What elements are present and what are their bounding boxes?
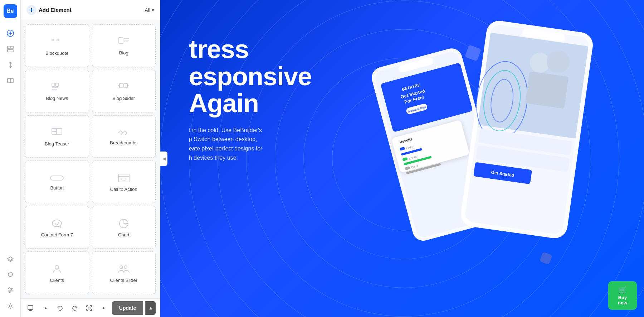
svg-rect-24 — [52, 83, 55, 87]
svg-rect-5 — [8, 49, 13, 52]
element-label: Button — [50, 185, 64, 191]
focus-button[interactable] — [83, 302, 95, 314]
update-caret-button[interactable]: ▲ — [145, 301, 156, 315]
blog-news-icon — [52, 83, 62, 92]
panel-header: Add Element All ▾ — [21, 0, 160, 20]
button-icon — [50, 174, 64, 182]
element-label: Blog News — [46, 96, 68, 101]
element-label: Call to Action — [110, 187, 137, 192]
layers-button[interactable] — [4, 252, 17, 265]
svg-point-14 — [9, 291, 10, 293]
blog-teaser-icon — [52, 128, 62, 138]
svg-rect-4 — [11, 46, 13, 49]
layout-button[interactable] — [4, 42, 17, 56]
contact-form-icon — [52, 218, 62, 229]
history-button[interactable] — [4, 268, 17, 281]
svg-rect-28 — [119, 83, 123, 88]
element-card-breadcrumbs[interactable]: Breadcrumbs — [92, 115, 156, 158]
buy-now-button[interactable]: 🛒 Buy now — [608, 281, 637, 310]
element-card-clients[interactable]: Clients — [25, 251, 89, 294]
svg-rect-25 — [55, 83, 58, 87]
svg-text:": " — [56, 37, 60, 47]
element-card-contact-form-7[interactable]: Contact Form 7 — [25, 206, 89, 249]
element-card-blog-slider[interactable]: Blog Slider — [92, 70, 156, 112]
element-label: Contact Form 7 — [41, 232, 73, 237]
element-card-button[interactable]: Button — [25, 160, 89, 203]
element-card-call-to-action[interactable]: ! Call to Action — [92, 160, 156, 203]
svg-point-13 — [11, 289, 12, 291]
filter-button[interactable]: All ▾ — [145, 7, 154, 13]
elements-grid: " " Blockquote Blog — [21, 20, 160, 298]
update-button[interactable]: Update — [112, 301, 143, 315]
element-label: Chart — [118, 232, 130, 237]
redo-button[interactable] — [68, 302, 80, 314]
column-button[interactable] — [4, 74, 17, 87]
collapse-panel-button[interactable]: ◀ — [160, 152, 167, 166]
svg-text:": " — [51, 37, 55, 47]
blog-slider-icon — [118, 83, 130, 92]
element-card-blog-news[interactable]: Blog News — [25, 70, 89, 112]
element-label: Clients Slider — [110, 278, 137, 283]
element-card-blog[interactable]: Blog — [92, 24, 156, 67]
svg-rect-85 — [525, 71, 569, 109]
element-label: Blog Slider — [112, 96, 135, 101]
element-card-chart[interactable]: Chart — [92, 206, 156, 249]
clients-slider-icon — [118, 264, 130, 274]
add-icon — [26, 5, 36, 15]
element-label: Breadcrumbs — [110, 140, 137, 145]
svg-rect-29 — [124, 83, 127, 88]
sliders-button[interactable] — [4, 283, 17, 297]
blockquote-icon: " " — [51, 37, 63, 47]
call-to-action-icon: ! — [118, 173, 130, 183]
device-toggle-button[interactable] — [25, 302, 37, 314]
undo-button[interactable] — [54, 302, 66, 314]
svg-point-41 — [120, 266, 123, 269]
svg-point-15 — [9, 305, 11, 307]
add-element-button[interactable]: Add Element — [26, 5, 72, 15]
device-caret-button[interactable]: ▲ — [39, 302, 52, 314]
add-section-button[interactable] — [4, 27, 17, 40]
chart-icon — [118, 218, 129, 229]
element-label: Blog — [119, 50, 128, 56]
elements-panel: Add Element All ▾ " " Blockquote — [21, 0, 160, 317]
element-card-clients-slider[interactable]: Clients Slider — [92, 251, 156, 294]
blog-icon — [118, 37, 129, 47]
element-card-blog-teaser[interactable]: Blog Teaser — [25, 115, 89, 158]
gear-button[interactable] — [4, 299, 17, 313]
breadcrumbs-icon — [118, 129, 130, 136]
panel-toolbar: ▲ ▲ Update ▲ — [21, 298, 160, 317]
chevron-down-icon: ▾ — [152, 7, 154, 13]
cart-icon: 🛒 — [614, 285, 631, 294]
svg-point-40 — [55, 265, 59, 269]
element-card-blockquote[interactable]: " " Blockquote — [25, 24, 89, 67]
svg-rect-3 — [8, 46, 10, 49]
main-canvas: ◀ tress esponsive Again t in the cold. U… — [160, 0, 644, 317]
logo-button[interactable]: Be — [4, 4, 17, 18]
element-label: Blockquote — [45, 51, 68, 56]
clients-icon — [52, 264, 62, 274]
focus-caret-button[interactable]: ▲ — [97, 302, 109, 314]
move-button[interactable] — [4, 58, 17, 72]
svg-rect-36 — [122, 178, 126, 180]
hero-body: t in the cold. Use BeBuilder'sp Switch b… — [189, 126, 312, 162]
icon-bar: Be — [0, 0, 21, 317]
hero-title: tress esponsive Again — [189, 36, 312, 117]
element-label: Blog Teaser — [45, 141, 69, 147]
hero-section: tress esponsive Again t in the cold. Use… — [189, 36, 312, 162]
svg-text:!: ! — [120, 174, 120, 176]
svg-point-12 — [9, 288, 10, 289]
svg-point-46 — [88, 307, 90, 309]
svg-rect-20 — [119, 38, 123, 43]
phone-mockups: BETRYBE Get Started For Free! Schedule N… — [372, 11, 623, 304]
svg-rect-43 — [28, 306, 33, 309]
element-label: Clients — [50, 278, 64, 283]
svg-point-42 — [124, 266, 127, 269]
svg-rect-33 — [50, 176, 63, 180]
